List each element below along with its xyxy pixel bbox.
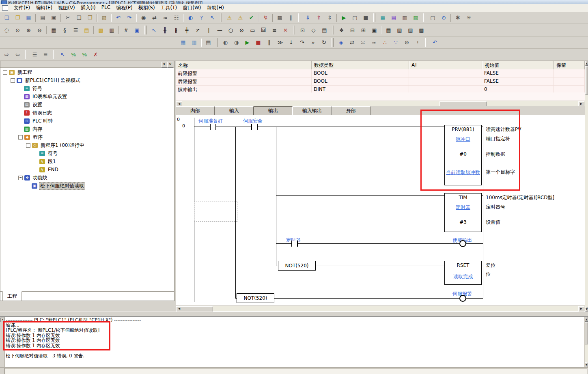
annotation-toggle-button[interactable]: ≡: [41, 50, 51, 60]
show-grid-button[interactable]: ▦: [49, 25, 59, 35]
zoom-in-button[interactable]: ⊕: [24, 25, 34, 35]
tree-item-error-log[interactable]: !错误日志: [0, 109, 174, 117]
fb-tab-input[interactable]: 输入: [215, 106, 254, 115]
plc-settings-button[interactable]: ▥: [400, 13, 410, 23]
vertical-wire-button[interactable]: |: [204, 25, 214, 35]
scrollbar-thumb[interactable]: [585, 66, 588, 95]
tree-item-memory[interactable]: ▥内存: [0, 125, 174, 133]
address-reference-button[interactable]: #: [121, 25, 131, 35]
cross-ref-window-button[interactable]: ▦: [383, 25, 394, 35]
program-mode-button[interactable]: ■: [361, 13, 371, 23]
scroll-down-icon[interactable]: ▼: [585, 362, 588, 367]
redo-button[interactable]: ↷: [124, 13, 134, 23]
compare-with-plc-button[interactable]: ⇕: [325, 13, 335, 23]
diff-monitor-button[interactable]: ≍: [358, 38, 368, 47]
fb-tab-inout[interactable]: 输入输出: [293, 106, 332, 115]
online-work-button[interactable]: ↯: [261, 13, 271, 23]
local-symbols-window-button[interactable]: ▧: [394, 25, 405, 35]
symbol-table-button[interactable]: ▦: [378, 13, 388, 23]
table-cell[interactable]: FALSE: [482, 69, 554, 77]
work-online-simulator-button[interactable]: ◈: [336, 38, 346, 47]
tree-expander-icon[interactable]: −: [3, 70, 7, 75]
fb-save-button[interactable]: ▦: [178, 38, 188, 47]
column-header[interactable]: 初始值: [482, 61, 554, 69]
io-table-view-button[interactable]: ▤: [389, 13, 399, 23]
zoom-out-button[interactable]: ⊖: [34, 25, 45, 35]
watch-window-button[interactable]: ▢: [428, 13, 438, 23]
table-cell[interactable]: 前限报警: [176, 69, 312, 77]
tim-operand-2[interactable]: #3: [445, 219, 481, 225]
scroll-left-icon[interactable]: ◀: [176, 306, 182, 312]
workspace-pin-button[interactable]: ▾: [161, 62, 167, 68]
ladder-editor[interactable]: 0 0 伺服准备好 伺服安全 PRV(881) 脉冲口 #0 当前读取脉冲数 读…: [176, 115, 585, 305]
io-comment-view-button[interactable]: ▤: [319, 25, 330, 35]
column-header[interactable]: 数据类型: [312, 61, 409, 69]
monitor-mode-button[interactable]: ▢: [350, 13, 360, 23]
download-to-plc-button[interactable]: ⇓: [303, 13, 313, 23]
upload-from-plc-button[interactable]: ⇑: [314, 13, 324, 23]
about-button[interactable]: ◐: [185, 13, 196, 23]
new-closed-contact-button[interactable]: ∦: [171, 25, 181, 35]
prv-operand-1[interactable]: 脉冲口: [445, 136, 481, 143]
prv-operand-3[interactable]: 当前读取脉冲数: [445, 169, 481, 176]
tree-item-fb-instance[interactable]: ▣松下伺服绝对值读取: [0, 182, 174, 190]
new-document-button[interactable]: ❏: [2, 13, 12, 23]
new-or-contact-button[interactable]: ╪: [182, 25, 192, 35]
scroll-down-icon[interactable]: ▼: [585, 307, 588, 312]
table-cell[interactable]: [409, 69, 482, 77]
tree-item-section-1[interactable]: §段1: [0, 157, 174, 166]
undo-online-edit-button[interactable]: ↶: [430, 38, 440, 47]
compile-all-button[interactable]: ⚠: [235, 13, 246, 23]
variable-table-hscrollbar[interactable]: ◀ ▶: [176, 101, 585, 106]
tree-item-plc[interactable]: −■新PLC1[CP1H] 监视模式: [0, 76, 174, 84]
window-arrange-button[interactable]: ▣: [369, 25, 379, 35]
fb-library-button[interactable]: ◇: [308, 25, 319, 35]
column-header[interactable]: 名称: [176, 61, 312, 69]
increase-indent-button[interactable]: ⇨: [2, 50, 12, 60]
table-cell[interactable]: BOOL: [312, 77, 409, 85]
force-off-button[interactable]: ∵: [391, 38, 401, 47]
online-edit-begin-button[interactable]: ◐: [220, 38, 230, 47]
workspace-close-button[interactable]: ×: [167, 62, 173, 68]
prv-instruction-block[interactable]: PRV(881) 脉冲口 #0 当前读取脉冲数: [444, 125, 482, 185]
value-set-button[interactable]: ±: [413, 38, 423, 47]
options-button[interactable]: ✱: [453, 13, 463, 23]
show-rung-list-button[interactable]: ☰: [71, 25, 81, 35]
window-tile-v-button[interactable]: ⊞: [358, 25, 368, 35]
main-vscrollbar[interactable]: ▲ ▼: [585, 61, 588, 312]
rset-operand-1[interactable]: 读取完成: [445, 273, 481, 280]
tim-operand-1[interactable]: 定时器: [445, 204, 481, 211]
save-project-button[interactable]: ▦: [24, 13, 34, 23]
cut-button[interactable]: ✂: [63, 13, 73, 23]
horizontal-wire-button[interactable]: —: [215, 25, 225, 35]
output-vscrollbar[interactable]: ▲ ▼: [584, 317, 588, 367]
zoom-percent-1-button[interactable]: %: [69, 50, 79, 60]
ct-view-button[interactable]: ▣: [132, 25, 142, 35]
monitor-display-button[interactable]: ▥: [107, 25, 117, 35]
tree-expander-icon[interactable]: −: [18, 176, 23, 180]
table-cell[interactable]: [409, 77, 482, 85]
open-project-button[interactable]: ❐: [13, 13, 23, 23]
stop-button[interactable]: ■: [253, 38, 263, 47]
tree-item-section-end[interactable]: §END: [0, 166, 174, 174]
online-edit-send-button[interactable]: ◑: [231, 38, 241, 47]
not-instruction-2[interactable]: NOT(520): [237, 293, 274, 303]
tree-item-program-1[interactable]: −◇新程序1 (00)运行中: [0, 141, 174, 149]
coil-servo-alarm[interactable]: [459, 295, 466, 302]
select-tool-button[interactable]: ↖: [149, 25, 159, 35]
prv-operand-2[interactable]: #0: [445, 151, 481, 157]
menu-edit[interactable]: 编辑(E): [33, 4, 55, 12]
splitter-grip[interactable]: [0, 368, 5, 374]
tree-item-project[interactable]: −▣新工程: [0, 68, 174, 76]
scrollbar-thumb[interactable]: [585, 322, 588, 344]
column-header[interactable]: AT: [409, 61, 482, 69]
window-tile-h-button[interactable]: ⊟: [347, 25, 358, 35]
step-in-button[interactable]: ↓: [286, 38, 296, 47]
column-header[interactable]: 保留: [554, 61, 585, 69]
context-help-button[interactable]: ↖: [207, 13, 218, 23]
show-comments-button[interactable]: ▤: [82, 25, 92, 35]
fb-online-edit-button[interactable]: ▤: [203, 38, 213, 47]
customize-button[interactable]: ✳: [464, 13, 474, 23]
menu-tools[interactable]: 工具(T): [158, 4, 180, 12]
delete-wire-button[interactable]: ✕: [280, 25, 291, 35]
